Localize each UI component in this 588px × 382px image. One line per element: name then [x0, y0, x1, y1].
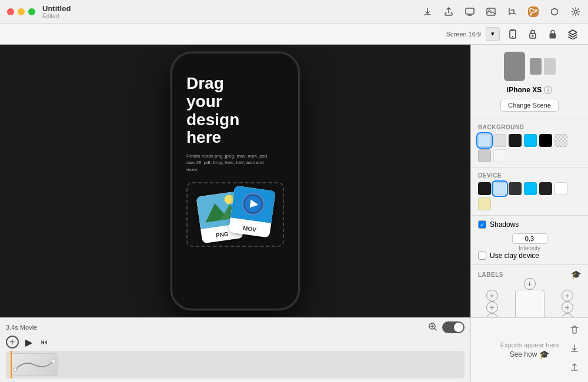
mov-label: MOV — [242, 224, 256, 233]
labels-title: LABELS — [478, 272, 503, 278]
monitor-icon[interactable] — [465, 6, 475, 17]
exports-label: Exports appear here — [500, 341, 559, 349]
dev-swatch-3[interactable] — [524, 182, 537, 195]
shadows-row: ✓ Shadows — [478, 220, 581, 229]
bg-swatch-6[interactable] — [478, 149, 491, 162]
brush-icon[interactable] — [528, 6, 539, 17]
crop-icon[interactable] — [507, 6, 517, 17]
timeline-area: 3.4s Movie + ▶ ⏮ — [0, 318, 470, 382]
exports-panel: Exports appear here See how 🎓 — [470, 318, 588, 382]
add-button[interactable]: + — [6, 336, 19, 349]
bg-swatch-3[interactable] — [524, 134, 537, 147]
labels-section: LABELS 🎓 + + + + + + + + — [471, 265, 588, 317]
svg-point-9 — [532, 35, 534, 36]
intensity-box: Intensity — [478, 233, 581, 252]
mov-file-icon: MOV — [228, 185, 275, 237]
drag-text: Dragyourdesignhere — [186, 75, 239, 147]
bg-swatch-2[interactable] — [509, 134, 522, 147]
download-export-icon[interactable] — [568, 342, 581, 355]
label-add-left-bot[interactable]: + — [486, 313, 498, 317]
label-add-right-mid[interactable]: + — [562, 301, 573, 313]
label-add-left-top[interactable]: + — [486, 290, 498, 301]
bg-swatch-1[interactable] — [493, 134, 506, 147]
dev-swatch-2[interactable] — [509, 182, 522, 195]
see-how-row: See how 🎓 — [510, 350, 550, 359]
layers-icon[interactable] — [564, 26, 581, 42]
svg-point-21 — [52, 360, 55, 363]
timeline-track[interactable] — [6, 351, 465, 378]
settings-icon[interactable] — [570, 6, 581, 17]
bg-swatch-4[interactable] — [539, 134, 552, 147]
dev-swatch-0[interactable] — [478, 182, 491, 195]
labels-icon[interactable]: 🎓 — [571, 270, 581, 279]
lock-icon[interactable] — [524, 26, 541, 42]
screen-dropdown[interactable]: ▾ — [486, 27, 500, 41]
traffic-lights — [7, 8, 35, 15]
intensity-label: Intensity — [519, 245, 540, 252]
timeline-clip[interactable] — [11, 353, 58, 376]
lock-filled-icon[interactable] — [544, 26, 561, 42]
download-icon[interactable] — [422, 6, 433, 17]
close-button[interactable] — [7, 8, 14, 15]
clay-row: Use clay device — [478, 252, 581, 260]
view-toggle[interactable] — [442, 321, 465, 333]
device-section: DEVICE — [471, 167, 588, 216]
svg-rect-10 — [550, 33, 556, 38]
see-how-link[interactable]: See how — [510, 350, 537, 358]
iphone-notch — [212, 53, 259, 66]
skip-to-start-button[interactable]: ⏮ — [39, 337, 49, 347]
change-scene-button[interactable]: Change Scene — [500, 99, 559, 112]
zoom-icon[interactable] — [428, 322, 437, 333]
svg-point-3 — [530, 14, 532, 15]
clay-checkbox[interactable] — [478, 252, 486, 260]
shadows-label: Shadows — [490, 220, 519, 229]
bg-swatch-0[interactable] — [478, 134, 491, 147]
timeline-top: 3.4s Movie — [6, 321, 465, 333]
label-add-right-bot[interactable]: + — [562, 313, 573, 317]
intensity-input[interactable] — [512, 233, 547, 244]
bg-swatch-5[interactable] — [554, 134, 567, 147]
iphone-screen[interactable]: Dragyourdesignhere Rotato reads png, jpe… — [176, 57, 295, 305]
shadows-section: ✓ Shadows Intensity Use clay device — [471, 216, 588, 265]
clay-label: Use clay device — [490, 252, 539, 260]
app-subtitle: Edited — [42, 13, 71, 19]
playhead[interactable] — [11, 351, 12, 378]
dev-swatch-5[interactable] — [554, 182, 567, 195]
trash-icon[interactable] — [568, 323, 581, 336]
background-label: BACKGROUND — [478, 124, 581, 130]
background-section: BACKGROUND — [471, 119, 588, 167]
clip-content — [11, 354, 57, 376]
right-panel: iPhone XS i Change Scene BACKGROUND DEVI… — [470, 45, 588, 317]
svg-point-20 — [14, 368, 17, 371]
svg-rect-0 — [466, 8, 474, 14]
label-add-right-top[interactable]: + — [562, 290, 573, 301]
svg-point-4 — [574, 10, 577, 13]
shadows-checkbox[interactable]: ✓ — [478, 220, 486, 229]
dev-swatch-1[interactable] — [493, 182, 506, 195]
png-label: PNG — [215, 230, 229, 239]
image-icon[interactable] — [486, 6, 496, 17]
svg-point-7 — [512, 36, 513, 37]
label-add-top[interactable]: + — [524, 278, 536, 290]
label-add-left-mid[interactable]: + — [486, 301, 498, 313]
upload-icon[interactable] — [568, 361, 581, 374]
maximize-button[interactable] — [28, 8, 35, 15]
dropdown-arrow: ▾ — [491, 30, 495, 38]
shape-icon[interactable] — [549, 6, 560, 17]
label-center-box — [515, 290, 544, 317]
movie-label: 3.4s Movie — [6, 324, 37, 331]
info-icon[interactable]: i — [544, 86, 552, 94]
app-title: Untitled — [42, 4, 71, 13]
dev-swatch-6[interactable] — [478, 197, 491, 210]
play-button[interactable]: ▶ — [22, 336, 35, 349]
main-area: Dragyourdesignhere Rotato reads png, jpe… — [0, 45, 588, 317]
phone-icon[interactable] — [505, 26, 521, 42]
share-icon[interactable] — [443, 6, 454, 17]
device-thumb — [504, 52, 525, 81]
bg-swatch-7[interactable] — [493, 149, 506, 162]
dev-swatch-4[interactable] — [539, 182, 552, 195]
canvas-area[interactable]: Dragyourdesignhere Rotato reads png, jpe… — [0, 45, 470, 317]
minimize-button[interactable] — [18, 8, 25, 15]
device-name: iPhone XS — [507, 86, 542, 94]
device-swatches — [478, 182, 581, 210]
